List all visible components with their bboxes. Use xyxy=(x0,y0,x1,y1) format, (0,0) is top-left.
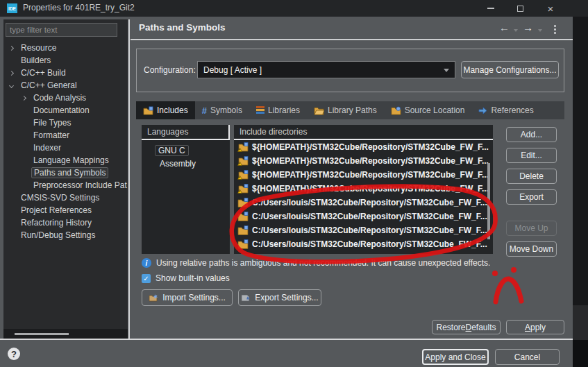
cancel-button[interactable]: Cancel xyxy=(495,349,560,365)
tree-item-paths-and-symbols[interactable]: Paths and Symbols xyxy=(3,167,128,179)
forward-icon[interactable]: → xyxy=(523,22,533,33)
include-row[interactable]: ${HOMEPATH}/STM32Cube/Repository/STM32Cu… xyxy=(234,168,493,182)
back-dropdown-icon[interactable] xyxy=(514,29,518,32)
scrollbar-thumb[interactable] xyxy=(15,333,69,335)
folder-icon xyxy=(237,212,249,221)
header-divider xyxy=(131,39,573,40)
red-frown-annotation xyxy=(496,279,521,302)
restore-defaults-button[interactable]: Restore Defaults xyxy=(432,320,501,334)
tree-item-language-mappings[interactable]: Language Mappings xyxy=(3,154,128,167)
back-icon[interactable]: ← xyxy=(499,22,510,33)
background-app-strip xyxy=(573,340,588,367)
red-dot-annotation xyxy=(511,267,516,273)
references-arrow-icon xyxy=(478,106,487,115)
close-button[interactable]: × xyxy=(539,0,562,17)
tree-item-documentation[interactable]: Documentation xyxy=(3,104,128,117)
include-row[interactable]: ${HOMEPATH}/STM32Cube/Repository/STM32Cu… xyxy=(234,140,493,154)
info-message: Using relative paths is ambiguous and no… xyxy=(156,258,490,268)
tree-item-preprocessor-include-paths[interactable]: Preprocessor Include Pat xyxy=(3,179,128,191)
chevron-right-icon[interactable] xyxy=(9,45,14,50)
folder-warning-icon xyxy=(237,184,249,194)
include-row[interactable]: ${HOMEPATH}/STM32Cube/Repository/STM32Cu… xyxy=(234,182,493,196)
import-settings-button[interactable]: Import Settings... xyxy=(142,289,233,306)
delete-button[interactable]: Delete xyxy=(506,169,557,184)
show-builtin-label: Show built-in values xyxy=(156,273,230,283)
background-app-strip xyxy=(573,0,588,17)
edit-button[interactable]: Edit... xyxy=(506,148,557,163)
include-row[interactable]: ${HOMEPATH}/STM32Cube/Repository/STM32Cu… xyxy=(234,154,493,168)
tree-item-project-references[interactable]: Project References xyxy=(3,204,128,216)
properties-dialog: IDE Properties for 401RE_try_Git2 × Reso… xyxy=(0,0,588,367)
tree-item-builders[interactable]: Builders xyxy=(3,54,128,67)
tab-source-location[interactable]: Source Location xyxy=(384,101,472,119)
view-menu-icon[interactable] xyxy=(554,25,556,35)
folder-warning-icon xyxy=(237,142,249,152)
tree-item-cmsis-svd-settings[interactable]: CMSIS-SVD Settings xyxy=(3,191,128,204)
tree-item-indexer[interactable]: Indexer xyxy=(3,142,128,154)
tab-libraries[interactable]: Libraries xyxy=(249,101,307,119)
filter-input[interactable] xyxy=(6,23,117,37)
tab-symbols[interactable]: # Symbols xyxy=(195,101,249,119)
folder-warning-icon xyxy=(237,170,249,180)
tab-references[interactable]: References xyxy=(471,101,540,119)
vertical-scrollbar-thumb[interactable] xyxy=(487,163,490,239)
chevron-down-icon[interactable] xyxy=(9,83,14,87)
tree-item-refactoring-history[interactable]: Refactoring History xyxy=(3,216,128,229)
tree-item-cpp-build[interactable]: C/C++ Build xyxy=(3,67,128,79)
background-app-strip xyxy=(573,17,588,305)
language-item-gnu-c[interactable]: GNU C xyxy=(155,145,189,156)
manage-configurations-button[interactable]: Manage Configurations... xyxy=(461,61,559,78)
apply-and-close-button[interactable]: Apply and Close xyxy=(422,349,489,365)
chevron-right-icon[interactable] xyxy=(22,95,26,100)
folder-warning-icon xyxy=(237,156,249,166)
help-icon[interactable]: ? xyxy=(8,348,20,360)
tree-item-cpp-general[interactable]: C/C++ General xyxy=(3,79,128,92)
tree-item-formatter[interactable]: Formatter xyxy=(3,129,128,142)
tab-includes[interactable]: Includes xyxy=(136,101,195,119)
configuration-value: Debug [ Active ] xyxy=(203,65,262,75)
sidebar-divider xyxy=(128,19,130,339)
folder-icon xyxy=(237,225,249,235)
include-row[interactable]: C:/Users/louis/STM32Cube/Repository/STM3… xyxy=(234,210,493,223)
include-directories-panel: Include directories ${HOMEPATH}/STM32Cub… xyxy=(234,125,493,254)
tree-item-run-debug-settings[interactable]: Run/Debug Settings xyxy=(3,229,128,241)
red-dot-annotation xyxy=(492,271,498,276)
checkbox-checked-icon[interactable]: ✓ xyxy=(142,274,151,283)
window-title: Properties for 401RE_try_Git2 xyxy=(23,3,135,12)
tree-item-file-types[interactable]: File Types xyxy=(3,117,128,129)
symbols-hash-icon: # xyxy=(202,105,207,116)
export-button[interactable]: Export xyxy=(506,189,557,205)
configuration-select[interactable]: Debug [ Active ] xyxy=(197,61,455,78)
minimize-button[interactable] xyxy=(480,0,502,17)
chevron-right-icon[interactable] xyxy=(9,70,14,75)
export-settings-button[interactable]: Export Settings... xyxy=(238,289,321,306)
languages-panel: Languages GNU C Assembly xyxy=(142,125,230,254)
source-location-folder-icon xyxy=(391,106,401,115)
move-up-button: Move Up xyxy=(506,221,557,236)
add-button[interactable]: Add... xyxy=(506,127,557,142)
configuration-label: Configuration: xyxy=(144,65,196,75)
close-icon: × xyxy=(548,3,554,14)
title-bar: IDE Properties for 401RE_try_Git2 × xyxy=(0,0,573,17)
tab-library-paths[interactable]: Library Paths xyxy=(307,101,384,119)
horizontal-scrollbar[interactable] xyxy=(3,329,128,339)
folder-icon xyxy=(237,198,249,207)
sidebar: Resource Builders C/C++ Build C/C++ Gene… xyxy=(3,19,128,339)
move-down-button[interactable]: Move Down xyxy=(506,241,557,257)
include-row[interactable]: C:/Users/louis/STM32Cube/Repository/STM3… xyxy=(234,237,493,251)
show-builtin-row[interactable]: ✓ Show built-in values xyxy=(142,273,230,283)
languages-header: Languages xyxy=(142,125,230,140)
libraries-books-icon xyxy=(256,106,264,114)
maximize-button[interactable] xyxy=(509,0,531,17)
tree-item-code-analysis[interactable]: Code Analysis xyxy=(3,92,128,104)
folder-icon xyxy=(237,239,249,249)
export-settings-icon xyxy=(241,293,251,302)
import-settings-icon xyxy=(149,293,158,302)
include-row[interactable]: C:/Users/louis/STM32Cube/Repository/STM3… xyxy=(234,196,493,210)
include-row[interactable]: C:/Users/louis/STM32Cube/Repository/STM3… xyxy=(234,223,493,237)
apply-button[interactable]: Apply xyxy=(506,320,564,334)
library-paths-folder-icon xyxy=(314,106,324,115)
tree-item-resource[interactable]: Resource xyxy=(3,42,128,54)
language-item-assembly[interactable]: Assembly xyxy=(157,159,199,169)
forward-dropdown-icon[interactable] xyxy=(538,29,542,32)
